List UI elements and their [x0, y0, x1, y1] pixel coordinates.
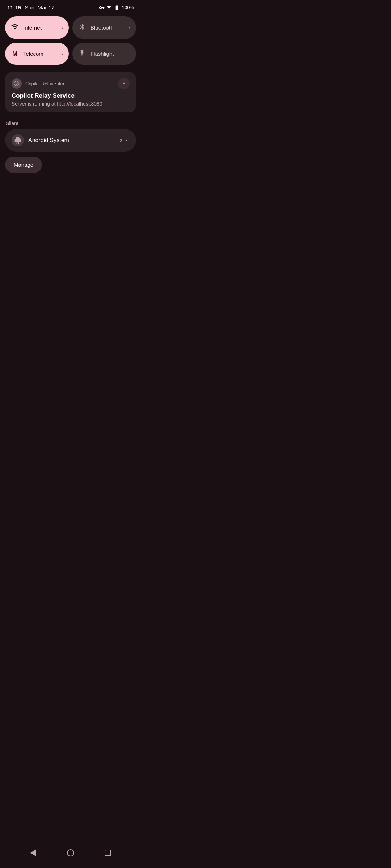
- svg-point-1: [16, 83, 16, 84]
- silent-section: Silent Android System 2 Manage: [0, 116, 141, 173]
- status-date: Sun, Mar 17: [25, 4, 54, 10]
- svg-point-0: [14, 81, 19, 86]
- bluetooth-label: Bluetooth: [91, 25, 124, 31]
- battery-icon: [113, 5, 121, 10]
- notification-app-info: Copilot Relay • 4m: [12, 78, 64, 89]
- silent-label: Silent: [0, 116, 141, 129]
- wifi-icon: [11, 23, 19, 33]
- internet-label: Internet: [23, 25, 57, 31]
- key-icon: [99, 5, 105, 10]
- battery-percent: 100%: [122, 5, 134, 10]
- bluetooth-icon: [78, 23, 86, 32]
- notification-copilot-relay[interactable]: Copilot Relay • 4m Copilot Relay Service…: [5, 72, 136, 112]
- qs-tile-internet[interactable]: Internet ›: [5, 16, 69, 39]
- bluetooth-arrow: ›: [129, 25, 130, 31]
- telecom-label: Telecom: [23, 51, 57, 57]
- status-time: 11:15: [7, 4, 21, 10]
- signal-icon: [106, 5, 112, 10]
- flashlight-icon: [78, 49, 86, 58]
- notification-expand-button[interactable]: [118, 78, 130, 89]
- android-system-card[interactable]: Android System 2: [5, 129, 136, 152]
- qs-tile-telecom[interactable]: M Telecom ›: [5, 43, 69, 65]
- notifications-section: Copilot Relay • 4m Copilot Relay Service…: [0, 71, 141, 112]
- quick-settings: Internet › Bluetooth › M Telecom › Flash…: [0, 13, 141, 71]
- flashlight-label: Flashlight: [91, 51, 130, 57]
- status-icons: 100%: [99, 5, 134, 10]
- telecom-icon: M: [11, 50, 19, 58]
- android-system-count[interactable]: 2: [119, 137, 130, 144]
- copilot-relay-icon: [12, 78, 22, 89]
- notification-title: Copilot Relay Service: [12, 92, 130, 99]
- qs-tile-flashlight[interactable]: Flashlight: [72, 43, 136, 65]
- notification-body: Server is running at http://localhost:80…: [12, 101, 130, 107]
- android-system-icon: [12, 134, 24, 146]
- notification-header: Copilot Relay • 4m: [12, 78, 130, 89]
- status-bar: 11:15 Sun, Mar 17 100%: [0, 0, 141, 13]
- qs-tile-bluetooth[interactable]: Bluetooth ›: [72, 16, 136, 39]
- internet-arrow: ›: [61, 25, 63, 31]
- android-system-label: Android System: [28, 137, 115, 144]
- svg-point-2: [17, 83, 18, 84]
- manage-button[interactable]: Manage: [5, 157, 42, 173]
- notification-app-name: Copilot Relay • 4m: [25, 81, 64, 86]
- telecom-arrow: ›: [61, 51, 63, 57]
